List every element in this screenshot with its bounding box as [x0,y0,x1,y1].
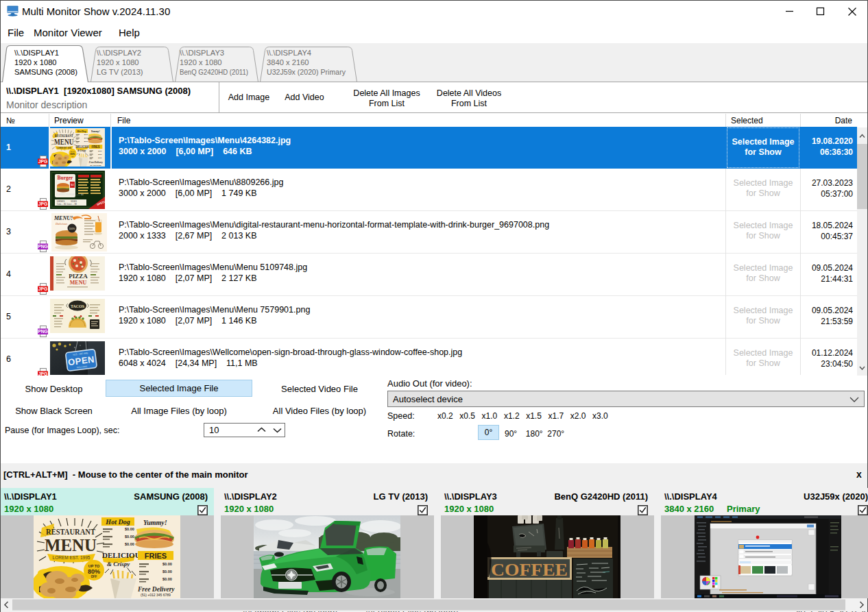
svg-text:$0.00: $0.00 [125,535,134,539]
svg-text:& Crispy: & Crispy [77,149,86,152]
svg-text:Yummy!: Yummy! [143,519,167,526]
svg-text:Yummy!: Yummy! [91,130,100,134]
svg-text:& Crispy: & Crispy [107,561,130,567]
svg-text:$0.00: $0.00 [162,570,172,574]
svg-text:\\.\DISPLAY3: \\.\DISPLAY3 [180,49,224,57]
svg-text:SAMSUNG (2008): SAMSUNG (2008) [14,68,77,76]
svg-text:(51) +012 345 6789: (51) +012 345 6789 [90,164,101,165]
svg-text:\\.\DISPLAY2: \\.\DISPLAY2 [97,49,141,57]
svg-text:100%: 100% [69,228,75,230]
svg-text:Free Delivery: Free Delivery [89,160,103,164]
svg-text:\\.\DISPLAY1: \\.\DISPLAY1 [14,49,59,57]
svg-text:MENU: MENU [45,535,97,555]
svg-text:U32J59x (2020) Primary: U32J59x (2020) Primary [267,68,346,76]
svg-text:\\.\DISPLAY4: \\.\DISPLAY4 [267,49,311,57]
svg-text:PIZZA: PIZZA [69,273,88,280]
svg-text:MENU: MENU [70,280,87,286]
svg-text:$0.00: $0.00 [125,527,134,531]
svg-text:MENU!: MENU! [53,215,73,221]
svg-text:JPG: JPG [38,159,48,164]
svg-text:1920 x 1080: 1920 x 1080 [180,58,222,66]
svg-text:FRIES: FRIES [145,552,167,560]
svg-text:1920 x 1080: 1920 x 1080 [97,58,139,66]
svg-text:Delicious: Delicious [55,222,67,225]
svg-text:JPG: JPG [38,286,48,291]
svg-text:(51) +012 345 6789: (51) +012 345 6789 [141,593,171,597]
svg-text:Hot Dog: Hot Dog [77,129,86,133]
svg-text:Burger: Burger [58,175,74,181]
svg-text:FRIES: FRIES [92,145,100,149]
svg-text:80%: 80% [88,568,100,575]
svg-text:MENU: MENU [54,137,74,146]
svg-text:SIDES: SIDES [71,200,77,203]
svg-text:1920 x 1080: 1920 x 1080 [14,58,57,66]
svg-text:$0.00: $0.00 [162,562,172,566]
svg-text:JPG: JPG [38,201,48,206]
svg-text:OFF: OFF [91,575,97,578]
svg-text:PNG: PNG [38,244,48,249]
svg-text:$0.00: $0.00 [125,542,134,546]
svg-text:LOREM EST. 1995: LOREM EST. 1995 [53,555,91,560]
svg-text:Hot Dog: Hot Dog [105,518,130,526]
svg-text:BenQ G2420HD (2011): BenQ G2420HD (2011) [180,68,248,76]
svg-text:LG TV (2013): LG TV (2013) [97,68,143,76]
svg-text:UP TO: UP TO [71,151,75,152]
svg-text:LOREM EST. 1995: LOREM EST. 1995 [57,146,71,149]
svg-text:$4: $4 [71,183,74,186]
svg-text:$0.00: $0.00 [162,577,172,581]
svg-text:PNG: PNG [38,329,48,334]
svg-text:Cola ... $2 Juice ... $3: Cola ... $2 Juice ... $3 [57,203,77,206]
svg-text:Free Delivery: Free Delivery [137,586,175,593]
svg-text:3840 x 2160: 3840 x 2160 [267,58,309,66]
svg-text:COFFEE: COFFEE [491,560,568,580]
svg-text:TACOS: TACOS [71,304,85,308]
